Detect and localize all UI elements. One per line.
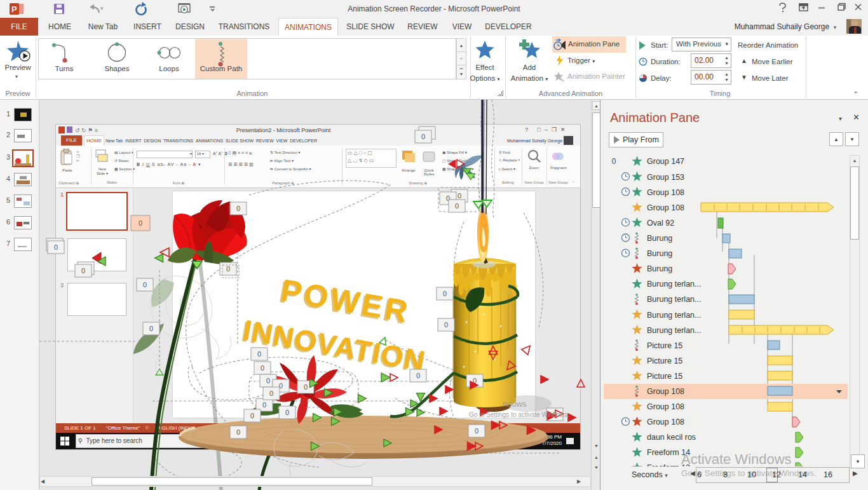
svg-text:0: 0	[54, 243, 58, 251]
svg-text:0: 0	[236, 428, 240, 436]
svg-text:daun kecil ros: daun kecil ros	[647, 433, 696, 442]
svg-text:Picture 15: Picture 15	[647, 341, 682, 350]
svg-text:Burung: Burung	[647, 249, 672, 258]
svg-text:0: 0	[236, 205, 240, 212]
svg-text:0: 0	[304, 383, 308, 391]
svg-text:0: 0	[612, 157, 616, 166]
svg-text:Burung terlan...: Burung terlan...	[647, 280, 701, 289]
svg-text:0: 0	[416, 372, 420, 379]
svg-text:Picture 15: Picture 15	[647, 357, 682, 365]
svg-text:Group 108: Group 108	[647, 402, 684, 411]
svg-text:Burung: Burung	[647, 234, 672, 243]
svg-text:Group 108: Group 108	[647, 418, 684, 426]
svg-text:Burung: Burung	[647, 264, 672, 273]
svg-text:0: 0	[266, 377, 270, 385]
svg-text:Picture 15: Picture 15	[647, 372, 682, 381]
svg-text:0: 0	[444, 321, 448, 329]
svg-text:0: 0	[81, 267, 85, 275]
svg-text:0: 0	[226, 265, 230, 273]
svg-text:0: 0	[257, 350, 261, 358]
svg-text:0: 0	[443, 290, 447, 297]
svg-text:0: 0	[458, 192, 461, 200]
svg-text:0: 0	[261, 364, 264, 372]
svg-text:0: 0	[149, 325, 153, 332]
svg-text:0: 0	[143, 281, 147, 289]
svg-text:0: 0	[421, 133, 425, 140]
svg-text:Group 147: Group 147	[647, 157, 684, 166]
svg-text:0: 0	[269, 390, 273, 397]
svg-text:Oval 92: Oval 92	[647, 219, 674, 228]
svg-text:Burung terlan...: Burung terlan...	[647, 295, 701, 304]
svg-text:0: 0	[475, 427, 478, 435]
svg-text:0: 0	[455, 202, 459, 210]
svg-text:0: 0	[262, 401, 266, 409]
svg-text:Group 108: Group 108	[647, 387, 684, 396]
svg-text:Go to Settings to activate Win: Go to Settings to activate Windows.	[469, 411, 569, 418]
svg-text:0: 0	[139, 219, 142, 227]
svg-text:0: 0	[285, 409, 289, 416]
svg-text:Group 108: Group 108	[647, 203, 684, 212]
svg-text:Group 153: Group 153	[647, 173, 684, 182]
svg-text:Burung terlan...: Burung terlan...	[647, 326, 701, 335]
svg-text:ndows: ndows	[503, 399, 527, 409]
svg-text:Group 108: Group 108	[647, 188, 684, 197]
svg-text:0: 0	[250, 412, 254, 419]
svg-text:Burung terlan...: Burung terlan...	[647, 311, 701, 320]
